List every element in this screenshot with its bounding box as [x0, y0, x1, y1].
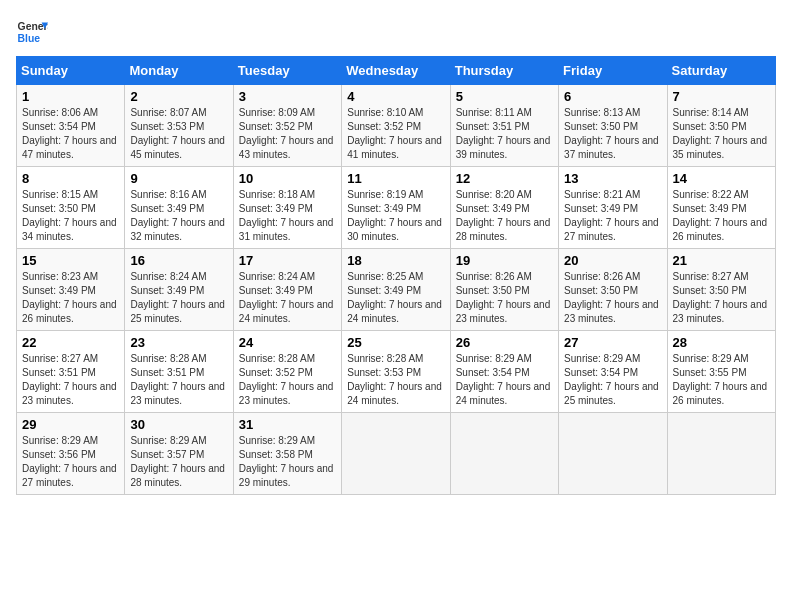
calendar-cell: 20 Sunrise: 8:26 AMSunset: 3:50 PMDaylig… [559, 249, 667, 331]
calendar-cell: 23 Sunrise: 8:28 AMSunset: 3:51 PMDaylig… [125, 331, 233, 413]
calendar-cell: 19 Sunrise: 8:26 AMSunset: 3:50 PMDaylig… [450, 249, 558, 331]
day-detail: Sunrise: 8:28 AMSunset: 3:53 PMDaylight:… [347, 353, 442, 406]
day-detail: Sunrise: 8:29 AMSunset: 3:54 PMDaylight:… [564, 353, 659, 406]
logo-icon: General Blue [16, 16, 48, 48]
day-detail: Sunrise: 8:10 AMSunset: 3:52 PMDaylight:… [347, 107, 442, 160]
day-number: 15 [22, 253, 119, 268]
day-detail: Sunrise: 8:06 AMSunset: 3:54 PMDaylight:… [22, 107, 117, 160]
logo: General Blue [16, 16, 48, 48]
calendar-day-header: Thursday [450, 57, 558, 85]
day-detail: Sunrise: 8:25 AMSunset: 3:49 PMDaylight:… [347, 271, 442, 324]
day-detail: Sunrise: 8:23 AMSunset: 3:49 PMDaylight:… [22, 271, 117, 324]
day-detail: Sunrise: 8:26 AMSunset: 3:50 PMDaylight:… [564, 271, 659, 324]
calendar-cell: 14 Sunrise: 8:22 AMSunset: 3:49 PMDaylig… [667, 167, 775, 249]
calendar-cell: 5 Sunrise: 8:11 AMSunset: 3:51 PMDayligh… [450, 85, 558, 167]
day-number: 7 [673, 89, 770, 104]
day-number: 4 [347, 89, 444, 104]
day-detail: Sunrise: 8:26 AMSunset: 3:50 PMDaylight:… [456, 271, 551, 324]
day-number: 22 [22, 335, 119, 350]
day-detail: Sunrise: 8:29 AMSunset: 3:58 PMDaylight:… [239, 435, 334, 488]
day-number: 20 [564, 253, 661, 268]
calendar-cell: 24 Sunrise: 8:28 AMSunset: 3:52 PMDaylig… [233, 331, 341, 413]
calendar-body: 1 Sunrise: 8:06 AMSunset: 3:54 PMDayligh… [17, 85, 776, 495]
day-detail: Sunrise: 8:13 AMSunset: 3:50 PMDaylight:… [564, 107, 659, 160]
day-detail: Sunrise: 8:20 AMSunset: 3:49 PMDaylight:… [456, 189, 551, 242]
day-number: 27 [564, 335, 661, 350]
day-detail: Sunrise: 8:09 AMSunset: 3:52 PMDaylight:… [239, 107, 334, 160]
day-detail: Sunrise: 8:14 AMSunset: 3:50 PMDaylight:… [673, 107, 768, 160]
day-number: 25 [347, 335, 444, 350]
day-number: 29 [22, 417, 119, 432]
calendar-cell: 12 Sunrise: 8:20 AMSunset: 3:49 PMDaylig… [450, 167, 558, 249]
day-number: 19 [456, 253, 553, 268]
calendar-cell: 4 Sunrise: 8:10 AMSunset: 3:52 PMDayligh… [342, 85, 450, 167]
day-detail: Sunrise: 8:18 AMSunset: 3:49 PMDaylight:… [239, 189, 334, 242]
calendar-cell: 10 Sunrise: 8:18 AMSunset: 3:49 PMDaylig… [233, 167, 341, 249]
day-detail: Sunrise: 8:21 AMSunset: 3:49 PMDaylight:… [564, 189, 659, 242]
day-number: 21 [673, 253, 770, 268]
day-number: 23 [130, 335, 227, 350]
calendar-day-header: Saturday [667, 57, 775, 85]
day-number: 13 [564, 171, 661, 186]
day-detail: Sunrise: 8:24 AMSunset: 3:49 PMDaylight:… [130, 271, 225, 324]
calendar-cell: 8 Sunrise: 8:15 AMSunset: 3:50 PMDayligh… [17, 167, 125, 249]
calendar-cell: 30 Sunrise: 8:29 AMSunset: 3:57 PMDaylig… [125, 413, 233, 495]
day-number: 16 [130, 253, 227, 268]
calendar-cell: 17 Sunrise: 8:24 AMSunset: 3:49 PMDaylig… [233, 249, 341, 331]
day-number: 26 [456, 335, 553, 350]
calendar-cell: 28 Sunrise: 8:29 AMSunset: 3:55 PMDaylig… [667, 331, 775, 413]
calendar-cell: 31 Sunrise: 8:29 AMSunset: 3:58 PMDaylig… [233, 413, 341, 495]
calendar-day-header: Monday [125, 57, 233, 85]
calendar-week-row: 22 Sunrise: 8:27 AMSunset: 3:51 PMDaylig… [17, 331, 776, 413]
day-number: 5 [456, 89, 553, 104]
day-detail: Sunrise: 8:07 AMSunset: 3:53 PMDaylight:… [130, 107, 225, 160]
day-detail: Sunrise: 8:29 AMSunset: 3:57 PMDaylight:… [130, 435, 225, 488]
day-number: 8 [22, 171, 119, 186]
calendar-week-row: 8 Sunrise: 8:15 AMSunset: 3:50 PMDayligh… [17, 167, 776, 249]
day-number: 10 [239, 171, 336, 186]
day-number: 14 [673, 171, 770, 186]
calendar-cell: 25 Sunrise: 8:28 AMSunset: 3:53 PMDaylig… [342, 331, 450, 413]
calendar-cell [667, 413, 775, 495]
calendar-week-row: 1 Sunrise: 8:06 AMSunset: 3:54 PMDayligh… [17, 85, 776, 167]
day-number: 1 [22, 89, 119, 104]
calendar-table: SundayMondayTuesdayWednesdayThursdayFrid… [16, 56, 776, 495]
day-number: 2 [130, 89, 227, 104]
calendar-week-row: 15 Sunrise: 8:23 AMSunset: 3:49 PMDaylig… [17, 249, 776, 331]
calendar-cell [559, 413, 667, 495]
day-detail: Sunrise: 8:28 AMSunset: 3:52 PMDaylight:… [239, 353, 334, 406]
header: General Blue [16, 16, 776, 48]
calendar-cell: 3 Sunrise: 8:09 AMSunset: 3:52 PMDayligh… [233, 85, 341, 167]
day-number: 28 [673, 335, 770, 350]
day-number: 12 [456, 171, 553, 186]
day-detail: Sunrise: 8:16 AMSunset: 3:49 PMDaylight:… [130, 189, 225, 242]
day-detail: Sunrise: 8:27 AMSunset: 3:50 PMDaylight:… [673, 271, 768, 324]
day-detail: Sunrise: 8:11 AMSunset: 3:51 PMDaylight:… [456, 107, 551, 160]
day-number: 30 [130, 417, 227, 432]
calendar-cell: 29 Sunrise: 8:29 AMSunset: 3:56 PMDaylig… [17, 413, 125, 495]
day-number: 9 [130, 171, 227, 186]
calendar-cell: 13 Sunrise: 8:21 AMSunset: 3:49 PMDaylig… [559, 167, 667, 249]
calendar-cell: 1 Sunrise: 8:06 AMSunset: 3:54 PMDayligh… [17, 85, 125, 167]
day-detail: Sunrise: 8:29 AMSunset: 3:55 PMDaylight:… [673, 353, 768, 406]
calendar-cell: 9 Sunrise: 8:16 AMSunset: 3:49 PMDayligh… [125, 167, 233, 249]
calendar-cell: 21 Sunrise: 8:27 AMSunset: 3:50 PMDaylig… [667, 249, 775, 331]
calendar-cell: 27 Sunrise: 8:29 AMSunset: 3:54 PMDaylig… [559, 331, 667, 413]
day-number: 31 [239, 417, 336, 432]
calendar-cell: 11 Sunrise: 8:19 AMSunset: 3:49 PMDaylig… [342, 167, 450, 249]
day-number: 11 [347, 171, 444, 186]
calendar-day-header: Friday [559, 57, 667, 85]
calendar-cell: 15 Sunrise: 8:23 AMSunset: 3:49 PMDaylig… [17, 249, 125, 331]
day-detail: Sunrise: 8:29 AMSunset: 3:56 PMDaylight:… [22, 435, 117, 488]
svg-text:Blue: Blue [18, 33, 41, 44]
day-detail: Sunrise: 8:19 AMSunset: 3:49 PMDaylight:… [347, 189, 442, 242]
calendar-day-header: Sunday [17, 57, 125, 85]
calendar-cell [450, 413, 558, 495]
day-detail: Sunrise: 8:15 AMSunset: 3:50 PMDaylight:… [22, 189, 117, 242]
calendar-cell: 16 Sunrise: 8:24 AMSunset: 3:49 PMDaylig… [125, 249, 233, 331]
day-detail: Sunrise: 8:22 AMSunset: 3:49 PMDaylight:… [673, 189, 768, 242]
day-detail: Sunrise: 8:29 AMSunset: 3:54 PMDaylight:… [456, 353, 551, 406]
day-detail: Sunrise: 8:27 AMSunset: 3:51 PMDaylight:… [22, 353, 117, 406]
calendar-cell: 7 Sunrise: 8:14 AMSunset: 3:50 PMDayligh… [667, 85, 775, 167]
day-detail: Sunrise: 8:28 AMSunset: 3:51 PMDaylight:… [130, 353, 225, 406]
